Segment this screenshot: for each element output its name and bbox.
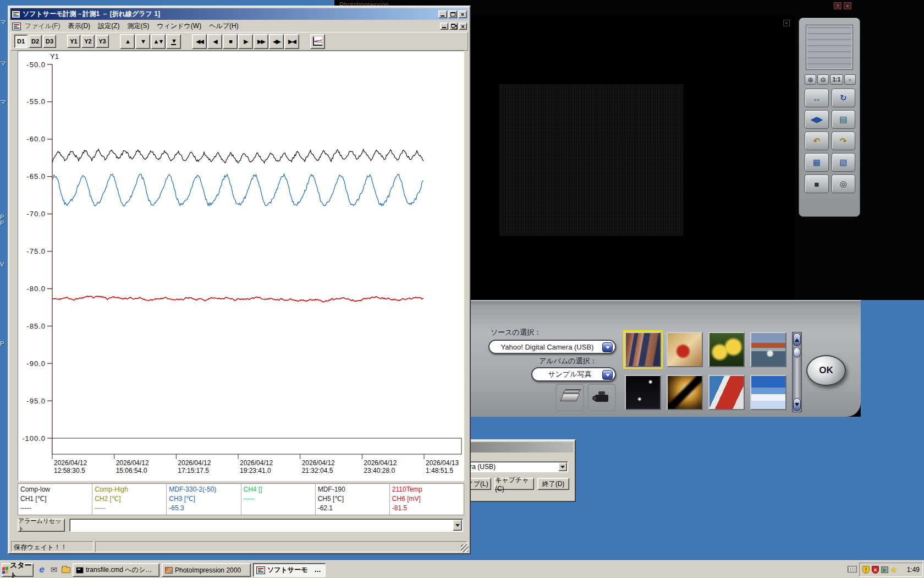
quicklaunch-folder-icon[interactable] [61, 564, 72, 575]
menu-item-3[interactable]: 測定(S) [123, 20, 153, 32]
menu-item-2[interactable]: 設定(Z) [94, 20, 123, 32]
rotate-icon[interactable]: ↻ [832, 89, 856, 107]
start-label: スタート [10, 560, 33, 578]
photo-preview-area: × [448, 15, 795, 300]
ok-button[interactable]: OK [806, 355, 846, 386]
chevron-down-icon[interactable] [558, 462, 567, 471]
star-icon[interactable]: ★ [890, 566, 898, 574]
desktop-icon-fragment: P [0, 220, 4, 226]
copy-icon[interactable]: ▦ [805, 153, 829, 172]
mdi-restore-button[interactable] [449, 23, 458, 30]
thumbnail-ship-flag[interactable] [708, 375, 745, 410]
source-select-label: ソースの選択： [491, 328, 541, 337]
svg-text:-90.0: -90.0 [26, 359, 46, 368]
toolbar-button-d3[interactable]: D3 [43, 35, 56, 48]
thumbnail-rock-spires[interactable] [625, 332, 661, 367]
source-select-dropdown[interactable]: Yahoo! Digital Camera (USB) [488, 340, 616, 354]
menu-item-1[interactable]: 表示(D) [64, 20, 94, 32]
layer-list[interactable] [806, 25, 853, 70]
zoom-in-icon[interactable]: ⊕ [805, 74, 816, 85]
step-forward-icon[interactable]: ▶ [238, 34, 253, 49]
page-icon[interactable]: ▤ [832, 110, 856, 129]
pan-down-icon[interactable]: ▼ [135, 34, 150, 49]
step-back-icon[interactable]: ◀ [207, 34, 222, 49]
stop-icon[interactable]: ■ [223, 34, 238, 49]
thumbnail-sky-clouds[interactable] [750, 375, 787, 410]
taskbar-task-2[interactable]: ソフトサーモ E830 [253, 563, 326, 577]
toolbar-button-y3[interactable]: Y3 [96, 35, 109, 48]
pan-to-bottom-icon[interactable]: ▼ [166, 34, 181, 49]
scrollbar-thumb[interactable] [793, 347, 801, 358]
security-warning-icon[interactable]: ! [862, 566, 870, 574]
flip-horizontal-icon[interactable]: ◀▶ [805, 110, 829, 129]
camera-select-combo[interactable]: amera (USB) [455, 461, 568, 472]
svg-text:19:23:41.0: 19:23:41.0 [240, 467, 271, 475]
resize-icon[interactable]: ↔ [805, 89, 829, 107]
graph-settings-button[interactable] [310, 34, 325, 49]
titlebar[interactable]: ソフトサーモ計測－計測1 － [折れ線グラフ 1] × [10, 8, 468, 20]
scroll-up-icon[interactable] [793, 333, 801, 346]
start-button[interactable]: スタート [2, 563, 34, 577]
resize-grip[interactable] [461, 544, 469, 552]
jump-start-icon[interactable]: ◀◀ [192, 34, 207, 49]
keyboard-layout-icon[interactable] [848, 566, 857, 572]
chevron-down-icon[interactable] [602, 370, 613, 380]
trace-mdf-190-ch5 [52, 149, 424, 163]
taskbar-task-1[interactable]: PhotoImpression 2000 [162, 563, 251, 577]
status-panel-right [95, 541, 468, 552]
chevron-down-icon[interactable] [453, 520, 462, 531]
close-button[interactable]: × [458, 10, 467, 18]
compress-horizontal-icon[interactable]: ▶◀ [284, 34, 299, 49]
thumbnail-yellow-flowers[interactable] [708, 332, 745, 367]
thumbnail-harbor-town[interactable] [750, 332, 787, 367]
album-select-dropdown[interactable]: サンプル写真 [531, 367, 616, 381]
alarm-reset-button[interactable]: アラームリセット [18, 519, 65, 532]
toolbar-button-d2[interactable]: D2 [29, 35, 42, 48]
print-icon[interactable]: ■ [805, 175, 829, 193]
scroll-down-icon[interactable] [793, 398, 801, 411]
jump-end-icon[interactable]: ▶▶ [254, 34, 268, 49]
taskbar-task-0[interactable]: transfile.cmd へのショート... [73, 563, 160, 577]
scanner-button[interactable] [556, 384, 584, 411]
dialog-button-1[interactable]: キャプチャ(C) [494, 478, 534, 490]
thumbnail-light-spiral[interactable] [667, 375, 703, 410]
svg-text:23:40:28.0: 23:40:28.0 [364, 467, 395, 475]
pan-up-icon[interactable]: ▲ [120, 34, 135, 49]
toolbar-button-d1[interactable]: D1 [14, 35, 28, 48]
thumbnail-cardinal-bird[interactable] [667, 332, 703, 367]
minimize-button[interactable] [438, 10, 447, 18]
expand-vertical-icon[interactable]: ▲▼ [151, 34, 166, 49]
select-icon[interactable]: ◎ [832, 175, 856, 193]
undo-icon[interactable]: ↶ [805, 132, 829, 150]
zoom-out-icon[interactable]: ⊖ [817, 74, 829, 85]
thumbnail-scrollbar[interactable] [792, 332, 802, 412]
dialog-button-2[interactable]: 終了(D) [537, 478, 569, 490]
alarm-combo[interactable] [69, 519, 463, 532]
toolbar-button-y2[interactable]: Y2 [81, 35, 95, 48]
statusbar: 保存ウェイト！！ [10, 540, 469, 553]
maximize-button[interactable] [448, 10, 457, 18]
close-icon[interactable]: × [844, 2, 851, 9]
thumbnail-night-sky[interactable] [625, 375, 661, 410]
chevron-down-icon[interactable] [602, 342, 613, 352]
security-error-icon[interactable]: × [872, 566, 879, 574]
mdi-close-button[interactable]: × [459, 23, 467, 30]
camera-button[interactable] [587, 384, 616, 411]
preview-close-icon[interactable]: × [783, 20, 790, 26]
menu-item-0[interactable]: ファイル(F) [21, 20, 64, 32]
toolbar-button-y1[interactable]: Y1 [67, 35, 80, 48]
menu-item-4[interactable]: ウィンドウ(W) [153, 20, 205, 32]
quicklaunch-mail-icon[interactable]: ✉ [48, 564, 59, 575]
quicklaunch-ie-icon[interactable]: e [36, 564, 47, 575]
svg-text:-50.0: -50.0 [26, 61, 46, 69]
redo-icon[interactable]: ↷ [832, 132, 856, 150]
removable-device-icon[interactable] [881, 566, 888, 573]
paste-icon[interactable]: ▧ [832, 153, 856, 172]
mdi-minimize-button[interactable] [440, 23, 448, 30]
help-button[interactable]: ? [834, 2, 842, 9]
fit-icon[interactable]: ▫ [844, 74, 856, 85]
trace-2110temp-ch6 [52, 296, 424, 302]
expand-horizontal-icon[interactable]: ◀▶ [269, 34, 284, 49]
menu-item-5[interactable]: ヘルプ(H) [205, 20, 243, 32]
svg-text:-65.0: -65.0 [26, 172, 46, 181]
